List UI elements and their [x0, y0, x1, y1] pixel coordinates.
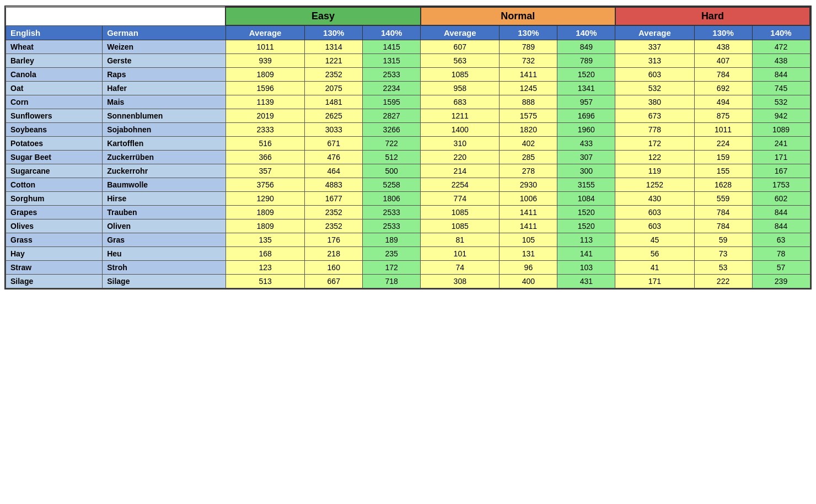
- normal-130-cell: 1245: [500, 82, 557, 95]
- hard-130-cell: 159: [694, 151, 752, 164]
- hard-avg-cell: 532: [615, 82, 694, 95]
- hard-140-cell: 942: [752, 109, 810, 123]
- english-cell: Corn: [6, 95, 103, 109]
- normal-avg-cell: 1211: [421, 109, 500, 123]
- table-row: GrassGras13517618981105113455963: [6, 233, 810, 247]
- hard-130-cell: 1011: [694, 123, 752, 137]
- easy-140-cell: 722: [363, 137, 421, 151]
- easy-130-cell: 1481: [305, 95, 363, 109]
- normal-140-cell: 141: [557, 247, 615, 261]
- normal-140-cell: 1520: [557, 68, 615, 82]
- easy-avg-cell: 2019: [226, 109, 304, 123]
- table-row: SorghumHirse1290167718067741006108443055…: [6, 192, 810, 206]
- english-cell: Oat: [6, 82, 103, 95]
- table-row: CornMais113914811595683888957380494532: [6, 95, 810, 109]
- german-cell: Zuckerrüben: [103, 151, 226, 164]
- hard-140-header: 140%: [752, 25, 810, 40]
- normal-140-cell: 1084: [557, 192, 615, 206]
- hard-130-cell: 155: [694, 164, 752, 178]
- easy-130-cell: 1314: [305, 40, 363, 54]
- hard-header: Hard: [615, 7, 810, 25]
- english-cell: Cotton: [6, 178, 103, 192]
- easy-avg-cell: 1290: [226, 192, 304, 206]
- table-row: SugarcaneZuckerrohr357464500214278300119…: [6, 164, 810, 178]
- normal-avg-cell: 958: [421, 82, 500, 95]
- hard-avg-cell: 119: [615, 164, 694, 178]
- hard-140-cell: 78: [752, 247, 810, 261]
- hard-avg-cell: 45: [615, 233, 694, 247]
- normal-140-cell: 789: [557, 54, 615, 68]
- table-row: SunflowersSonnenblumen201926252827121115…: [6, 109, 810, 123]
- normal-avg-cell: 1085: [421, 206, 500, 219]
- table-row: PotatoesKartofflen5166717223104024331722…: [6, 137, 810, 151]
- normal-130-cell: 1411: [500, 68, 557, 82]
- easy-130-cell: 1221: [305, 54, 363, 68]
- easy-140-cell: 2533: [363, 68, 421, 82]
- easy-130-cell: 218: [305, 247, 363, 261]
- hard-avg-cell: 1252: [615, 178, 694, 192]
- main-table-wrapper: Easy Normal Hard English German Average …: [4, 6, 812, 289]
- hard-avg-cell: 172: [615, 137, 694, 151]
- normal-140-header: 140%: [557, 25, 615, 40]
- hard-140-cell: 171: [752, 151, 810, 164]
- english-cell: Silage: [6, 275, 103, 288]
- normal-avg-cell: 2254: [421, 178, 500, 192]
- german-cell: Gras: [103, 233, 226, 247]
- normal-avg-cell: 683: [421, 95, 500, 109]
- hard-avg-cell: 56: [615, 247, 694, 261]
- easy-130-header: 130%: [305, 25, 363, 40]
- hard-140-cell: 57: [752, 261, 810, 275]
- normal-avg-cell: 607: [421, 40, 500, 54]
- hard-avg-cell: 337: [615, 40, 694, 54]
- hard-avg-cell: 122: [615, 151, 694, 164]
- easy-140-cell: 172: [363, 261, 421, 275]
- table-row: Sugar BeetZuckerrüben3664765122202853071…: [6, 151, 810, 164]
- hard-130-header: 130%: [694, 25, 752, 40]
- german-cell: Stroh: [103, 261, 226, 275]
- hard-130-cell: 875: [694, 109, 752, 123]
- german-cell: Hirse: [103, 192, 226, 206]
- easy-130-cell: 2352: [305, 206, 363, 219]
- english-cell: Barley: [6, 54, 103, 68]
- normal-140-cell: 3155: [557, 178, 615, 192]
- easy-130-cell: 4883: [305, 178, 363, 192]
- normal-140-cell: 957: [557, 95, 615, 109]
- english-cell: Grapes: [6, 206, 103, 219]
- table-row: SilageSilage513667718308400431171222239: [6, 275, 810, 288]
- normal-avg-cell: 220: [421, 151, 500, 164]
- english-cell: Olives: [6, 219, 103, 233]
- easy-140-cell: 5258: [363, 178, 421, 192]
- table-row: StrawStroh1231601727496103415357: [6, 261, 810, 275]
- normal-130-cell: 402: [500, 137, 557, 151]
- normal-140-cell: 433: [557, 137, 615, 151]
- hard-avg-header: Average: [615, 25, 694, 40]
- normal-avg-cell: 1085: [421, 219, 500, 233]
- normal-avg-header: Average: [421, 25, 500, 40]
- english-cell: Hay: [6, 247, 103, 261]
- english-cell: Sunflowers: [6, 109, 103, 123]
- easy-130-cell: 3033: [305, 123, 363, 137]
- easy-140-cell: 235: [363, 247, 421, 261]
- hard-140-cell: 1089: [752, 123, 810, 137]
- normal-140-cell: 1520: [557, 206, 615, 219]
- german-cell: Gerste: [103, 54, 226, 68]
- german-cell: Sonnenblumen: [103, 109, 226, 123]
- german-col-header: German: [103, 25, 226, 40]
- easy-140-cell: 1595: [363, 95, 421, 109]
- easy-140-cell: 2533: [363, 219, 421, 233]
- normal-130-cell: 278: [500, 164, 557, 178]
- normal-130-cell: 285: [500, 151, 557, 164]
- hard-avg-cell: 41: [615, 261, 694, 275]
- hard-140-cell: 602: [752, 192, 810, 206]
- easy-140-cell: 189: [363, 233, 421, 247]
- german-cell: Mais: [103, 95, 226, 109]
- hard-avg-cell: 171: [615, 275, 694, 288]
- easy-avg-cell: 3756: [226, 178, 304, 192]
- normal-130-cell: 1006: [500, 192, 557, 206]
- normal-avg-cell: 81: [421, 233, 500, 247]
- table-row: WheatWeizen10111314141560778984933743847…: [6, 40, 810, 54]
- hard-140-cell: 532: [752, 95, 810, 109]
- easy-130-cell: 667: [305, 275, 363, 288]
- easy-140-cell: 1806: [363, 192, 421, 206]
- normal-avg-cell: 214: [421, 164, 500, 178]
